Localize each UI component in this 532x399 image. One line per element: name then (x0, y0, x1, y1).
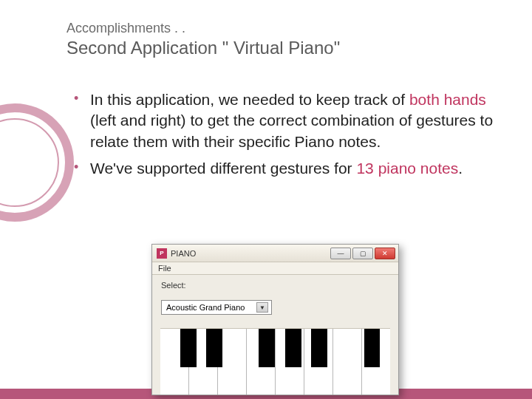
bullet-text: . (458, 160, 463, 177)
window-title: PIANO (171, 249, 330, 258)
window-panel: Select: Acoustic Grand Piano ▼ (152, 275, 398, 395)
bullet-item: We've supported different gestures for 1… (74, 158, 502, 179)
maximize-button[interactable]: ▢ (352, 248, 373, 259)
select-value: Acoustic Grand Piano (166, 303, 245, 312)
slide-kicker: Accomplishments . . (66, 21, 502, 36)
menubar: File (152, 262, 398, 275)
window-buttons: — ▢ ✕ (330, 248, 395, 259)
bullet-text: (left and right) to get the correct comb… (90, 112, 493, 149)
instrument-select[interactable]: Acoustic Grand Piano ▼ (161, 300, 272, 315)
slide-title: Second Application " Virtual Piano" (66, 38, 502, 58)
black-key[interactable] (206, 329, 222, 367)
bullet-list: In this application, we needed to keep t… (66, 89, 502, 179)
menu-file[interactable]: File (158, 264, 171, 273)
minimize-button[interactable]: — (330, 248, 351, 259)
black-key[interactable] (364, 329, 381, 367)
white-key[interactable] (333, 329, 362, 395)
chevron-down-icon: ▼ (256, 302, 268, 313)
black-key[interactable] (311, 329, 327, 367)
bullet-item: In this application, we needed to keep t… (74, 89, 502, 152)
black-key[interactable] (285, 329, 301, 367)
window-titlebar[interactable]: P PIANO — ▢ ✕ (152, 245, 398, 262)
bullet-text: We've supported different gestures for (90, 160, 356, 177)
bullet-accent: both hands (409, 91, 486, 108)
slide-content: Accomplishments . . Second Application "… (66, 21, 502, 185)
black-key[interactable] (259, 329, 275, 367)
bullet-text: In this application, we needed to keep t… (90, 91, 409, 108)
piano-keys (160, 328, 390, 395)
black-key[interactable] (180, 329, 197, 367)
app-icon: P (157, 248, 167, 259)
select-label: Select: (161, 281, 389, 290)
close-button[interactable]: ✕ (375, 248, 395, 259)
piano-app-window: P PIANO — ▢ ✕ File Select: Acoustic Gran… (151, 244, 399, 395)
bullet-accent: 13 piano notes (356, 160, 458, 177)
